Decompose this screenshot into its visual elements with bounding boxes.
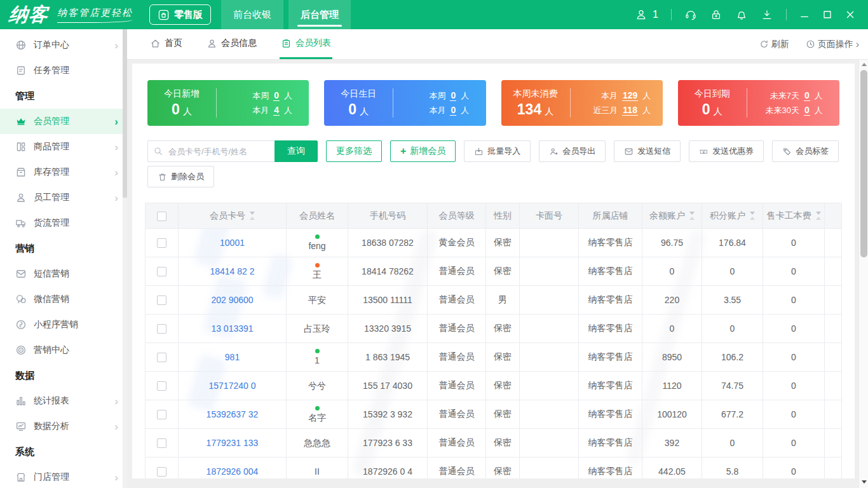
- column-header-余额账户[interactable]: 余额账户: [642, 203, 702, 229]
- sidebar-item-数据分析[interactable]: 数据分析›: [0, 414, 127, 439]
- page-scrollbar-thumb[interactable]: [860, 70, 867, 257]
- cell-card-number[interactable]: 981: [179, 343, 287, 372]
- cell-select[interactable]: [146, 343, 179, 372]
- close-button[interactable]: [845, 10, 855, 20]
- scroll-down-arrow[interactable]: [859, 477, 868, 487]
- sidebar-item-任务管理[interactable]: 任务管理: [0, 58, 127, 83]
- sort-caret-icon[interactable]: [689, 212, 695, 220]
- sidebar-item-营销中心[interactable]: 营销中心: [0, 337, 127, 363]
- cell-card-number[interactable]: 15717240 0: [179, 372, 287, 400]
- cell-select[interactable]: [146, 229, 179, 257]
- member-tags-button[interactable]: 会员标签: [772, 140, 839, 162]
- member-card-link[interactable]: 18414 82 2: [210, 266, 254, 276]
- row-checkbox[interactable]: [157, 353, 166, 362]
- user-icon[interactable]: [635, 8, 648, 21]
- row-checkbox[interactable]: [157, 438, 166, 448]
- download-icon[interactable]: [761, 8, 773, 21]
- row-checkbox[interactable]: [157, 267, 166, 276]
- row-checkbox[interactable]: [157, 467, 166, 477]
- sort-caret-icon[interactable]: [816, 212, 821, 220]
- send-coupon-button[interactable]: 发送优惠券: [689, 140, 764, 162]
- sidebar-item-会员管理[interactable]: 会员管理›: [0, 109, 127, 134]
- cell-card-number[interactable]: 202 90600: [179, 286, 287, 315]
- refresh-button[interactable]: 刷新: [759, 39, 789, 50]
- sidebar-item-货流管理[interactable]: 货流管理: [0, 210, 127, 236]
- maximize-button[interactable]: [822, 10, 832, 20]
- sub-value-link[interactable]: 0: [804, 90, 810, 101]
- sidebar-item-门店管理[interactable]: 门店管理›: [0, 464, 127, 488]
- sub-value-link[interactable]: 0: [450, 105, 456, 116]
- member-card-link[interactable]: 15392637 32: [207, 409, 259, 419]
- headset-icon[interactable]: [684, 8, 697, 21]
- minimize-button[interactable]: [799, 10, 810, 20]
- sidebar-item-小程序营销[interactable]: 小程序营销: [0, 312, 127, 337]
- page-ops-button[interactable]: 页面操作 ›: [806, 39, 859, 50]
- sub-value-link[interactable]: 118: [622, 105, 638, 116]
- select-all-header[interactable]: [146, 203, 179, 229]
- row-checkbox[interactable]: [157, 381, 166, 391]
- batch-import-button[interactable]: 批量导入: [464, 140, 531, 162]
- column-header-会员卡号[interactable]: 会员卡号: [179, 203, 287, 229]
- page-scrollbar[interactable]: [858, 60, 868, 488]
- add-member-button[interactable]: + 新增会员: [390, 140, 456, 162]
- sidebar-item-员工管理[interactable]: 员工管理›: [0, 185, 127, 210]
- member-card-link[interactable]: 981: [225, 352, 240, 362]
- column-header-积分账户[interactable]: 积分账户: [702, 203, 763, 229]
- cell-select[interactable]: [146, 458, 179, 479]
- sidebar-scrollbar[interactable]: [123, 29, 127, 488]
- cell-select[interactable]: [146, 372, 179, 400]
- nav-back-office[interactable]: 后台管理: [288, 0, 351, 29]
- tab-member-list[interactable]: 会员列表: [280, 29, 332, 59]
- tab-home[interactable]: 首页: [149, 29, 184, 59]
- cell-card-number[interactable]: 1872926 004: [179, 458, 287, 479]
- member-card-link[interactable]: 10001: [220, 238, 245, 248]
- member-card-link[interactable]: 1872926 004: [207, 466, 259, 477]
- cell-card-number[interactable]: 15392637 32: [179, 400, 287, 429]
- export-members-button[interactable]: 会员导出: [539, 140, 606, 162]
- cell-card-number[interactable]: 10001: [179, 229, 287, 257]
- sidebar-item-订单中心[interactable]: 订单中心›: [0, 32, 127, 58]
- lock-icon[interactable]: [710, 8, 722, 21]
- select-all-checkbox[interactable]: [157, 212, 166, 221]
- sort-caret-icon[interactable]: [250, 212, 255, 220]
- member-card-link[interactable]: 1779231 133: [207, 438, 259, 448]
- sidebar-scrollbar-thumb[interactable]: [123, 29, 127, 198]
- row-checkbox[interactable]: [157, 295, 166, 305]
- send-sms-button[interactable]: 发送短信: [614, 140, 681, 162]
- cell-card-number[interactable]: 13 013391: [179, 315, 287, 343]
- member-card-link[interactable]: 202 90600: [211, 295, 253, 305]
- nav-front-cashier[interactable]: 前台收银: [221, 0, 283, 29]
- cell-select[interactable]: [146, 257, 179, 286]
- scroll-up-arrow[interactable]: [859, 60, 868, 69]
- query-button[interactable]: 查询: [275, 140, 318, 162]
- cell-card-number[interactable]: 18414 82 2: [179, 257, 287, 286]
- more-filters-button[interactable]: 更多筛选: [326, 140, 382, 162]
- sub-value-link[interactable]: 0: [804, 105, 810, 116]
- tab-member-info[interactable]: 会员信息: [205, 29, 258, 59]
- search-input[interactable]: [147, 140, 275, 162]
- bell-icon[interactable]: [735, 8, 748, 21]
- cell-select[interactable]: [146, 429, 179, 458]
- sub-value-link[interactable]: 4: [273, 105, 280, 116]
- cell-card-number[interactable]: 1779231 133: [179, 429, 287, 458]
- sidebar-item-库存管理[interactable]: 库存管理›: [0, 159, 127, 185]
- cell-select[interactable]: [146, 400, 179, 429]
- sub-value-link[interactable]: 0: [450, 90, 456, 101]
- cell-select[interactable]: [146, 315, 179, 343]
- member-card-link[interactable]: 13 013391: [211, 323, 253, 334]
- sidebar-item-统计报表[interactable]: 统计报表›: [0, 388, 127, 414]
- edition-badge[interactable]: 零售版: [149, 4, 211, 25]
- delete-member-button[interactable]: 删除会员: [147, 166, 214, 187]
- sidebar-item-微信营销[interactable]: 微信营销: [0, 287, 127, 312]
- row-checkbox[interactable]: [157, 238, 166, 248]
- sort-caret-icon[interactable]: [750, 212, 755, 220]
- cell-select[interactable]: [146, 286, 179, 315]
- sub-value-link[interactable]: 129: [622, 90, 638, 101]
- sidebar-item-商品管理[interactable]: 商品管理›: [0, 134, 127, 159]
- sidebar-item-短信营销[interactable]: 短信营销: [0, 261, 127, 287]
- member-card-link[interactable]: 15717240 0: [209, 381, 256, 391]
- sub-value-link[interactable]: 0: [273, 90, 280, 101]
- row-checkbox[interactable]: [157, 324, 166, 334]
- column-header-售卡工本费[interactable]: 售卡工本费: [763, 203, 825, 229]
- row-checkbox[interactable]: [157, 410, 166, 419]
